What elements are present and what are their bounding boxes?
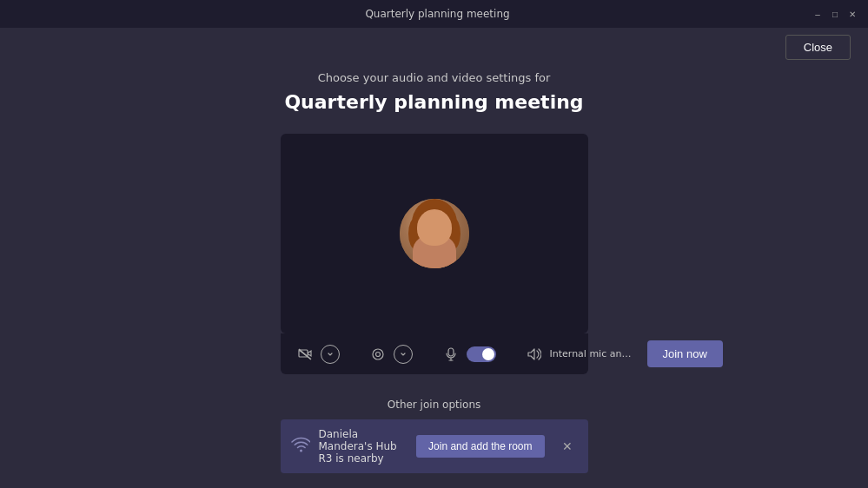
window-title: Quarterly planning meeting [63, 8, 812, 20]
speaker-settings-button[interactable] [524, 344, 545, 365]
close-window-button[interactable]: ✕ [847, 9, 858, 19]
nearby-room-banner: Daniela Mandera's Hub R3 is nearby Join … [281, 419, 588, 473]
mic-toggle-switch[interactable] [467, 346, 496, 362]
window-controls: – □ ✕ [812, 9, 858, 19]
title-bar: Quarterly planning meeting – □ ✕ [0, 0, 868, 28]
meeting-toolbar: Internal mic and spe... Join now [281, 333, 588, 374]
minimize-button[interactable]: – [812, 9, 823, 19]
join-now-button[interactable]: Join now [647, 340, 723, 367]
audio-chevron-button[interactable] [394, 345, 413, 364]
svg-point-2 [408, 218, 422, 249]
dismiss-banner-button[interactable]: ✕ [557, 438, 578, 455]
video-preview [281, 134, 588, 333]
join-add-room-button[interactable]: Join and add the room [416, 435, 544, 458]
avatar-image [400, 199, 469, 268]
other-options-label: Other join options [388, 399, 481, 411]
meeting-title: Quarterly planning meeting [284, 91, 583, 113]
mic-label: Internal mic and spe... [550, 348, 637, 359]
svg-point-1 [417, 213, 452, 251]
svg-point-4 [414, 254, 455, 268]
video-toggle-button[interactable] [295, 344, 315, 365]
main-content: Choose your audio and video settings for… [0, 28, 868, 473]
svg-rect-8 [448, 348, 454, 356]
close-button[interactable]: Close [785, 35, 851, 60]
mic-icon-button[interactable] [441, 344, 461, 365]
video-chevron-button[interactable] [321, 345, 340, 364]
svg-point-3 [447, 218, 461, 249]
audio-controls-group [368, 344, 413, 365]
audio-effects-button[interactable] [368, 344, 388, 365]
restore-button[interactable]: □ [830, 9, 840, 19]
wifi-icon [291, 437, 310, 456]
svg-point-11 [300, 450, 302, 452]
svg-point-7 [375, 352, 380, 356]
mic-toggle-group [441, 344, 496, 365]
avatar [400, 199, 469, 268]
nearby-room-text: Daniela Mandera's Hub R3 is nearby [319, 428, 408, 465]
svg-point-0 [412, 199, 457, 247]
video-preview-section: Internal mic and spe... Join now [281, 134, 588, 374]
video-controls-group [295, 344, 340, 365]
svg-point-6 [373, 349, 383, 359]
settings-subtitle: Choose your audio and video settings for [318, 71, 551, 84]
speaker-group: Internal mic and spe... [524, 344, 637, 365]
